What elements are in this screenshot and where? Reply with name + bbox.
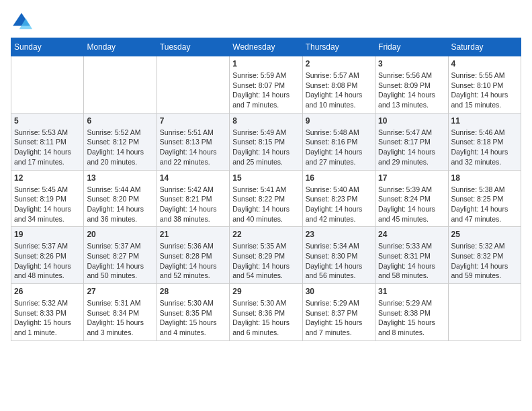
calendar-day-cell: 18Sunrise: 5:38 AM Sunset: 8:25 PM Dayli…: [448, 170, 521, 227]
day-info: Sunrise: 5:49 AM Sunset: 8:15 PM Dayligh…: [232, 128, 299, 167]
calendar-day-cell: 26Sunrise: 5:32 AM Sunset: 8:33 PM Dayli…: [11, 284, 84, 341]
day-number: 18: [451, 173, 518, 183]
calendar-day-header: Sunday: [11, 38, 84, 56]
day-info: Sunrise: 5:46 AM Sunset: 8:18 PM Dayligh…: [451, 128, 518, 167]
day-info: Sunrise: 5:30 AM Sunset: 8:35 PM Dayligh…: [160, 298, 226, 338]
day-number: 26: [14, 287, 81, 296]
calendar-day-cell: 22Sunrise: 5:35 AM Sunset: 8:29 PM Dayli…: [230, 227, 302, 284]
calendar-day-cell: 24Sunrise: 5:33 AM Sunset: 8:31 PM Dayli…: [375, 227, 448, 284]
day-number: 22: [232, 230, 299, 239]
calendar-day-header: Thursday: [302, 38, 375, 56]
day-info: Sunrise: 5:44 AM Sunset: 8:20 PM Dayligh…: [87, 185, 153, 224]
day-number: 29: [232, 287, 299, 296]
calendar-day-cell: 15Sunrise: 5:41 AM Sunset: 8:22 PM Dayli…: [230, 170, 302, 227]
day-info: Sunrise: 5:29 AM Sunset: 8:38 PM Dayligh…: [378, 298, 445, 338]
day-info: Sunrise: 5:55 AM Sunset: 8:10 PM Dayligh…: [451, 71, 518, 110]
day-info: Sunrise: 5:35 AM Sunset: 8:29 PM Dayligh…: [232, 241, 299, 281]
day-info: Sunrise: 5:36 AM Sunset: 8:28 PM Dayligh…: [160, 241, 226, 281]
day-info: Sunrise: 5:38 AM Sunset: 8:25 PM Dayligh…: [451, 185, 518, 224]
day-number: 8: [232, 116, 299, 126]
day-info: Sunrise: 5:30 AM Sunset: 8:36 PM Dayligh…: [232, 298, 299, 338]
day-number: 31: [378, 287, 445, 296]
calendar-day-cell: 8Sunrise: 5:49 AM Sunset: 8:15 PM Daylig…: [230, 113, 302, 170]
logo: [11, 11, 35, 32]
day-info: Sunrise: 5:31 AM Sunset: 8:34 PM Dayligh…: [87, 298, 153, 338]
day-number: 19: [14, 230, 81, 239]
day-info: Sunrise: 5:34 AM Sunset: 8:30 PM Dayligh…: [306, 241, 372, 281]
calendar-header-row: SundayMondayTuesdayWednesdayThursdayFrid…: [11, 38, 521, 56]
calendar-day-cell: 16Sunrise: 5:40 AM Sunset: 8:23 PM Dayli…: [302, 170, 375, 227]
day-number: 7: [160, 116, 226, 126]
calendar-day-cell: 4Sunrise: 5:55 AM Sunset: 8:10 PM Daylig…: [448, 56, 521, 113]
day-number: 6: [87, 116, 153, 126]
calendar-day-cell: 31Sunrise: 5:29 AM Sunset: 8:38 PM Dayli…: [375, 284, 448, 341]
day-number: 16: [306, 173, 372, 183]
day-number: 27: [87, 287, 153, 296]
day-number: 23: [306, 230, 372, 239]
day-number: 11: [451, 116, 518, 126]
day-info: Sunrise: 5:53 AM Sunset: 8:11 PM Dayligh…: [14, 128, 81, 167]
day-info: Sunrise: 5:56 AM Sunset: 8:09 PM Dayligh…: [378, 71, 445, 110]
day-info: Sunrise: 5:47 AM Sunset: 8:17 PM Dayligh…: [378, 128, 445, 167]
calendar-day-cell: 2Sunrise: 5:57 AM Sunset: 8:08 PM Daylig…: [302, 56, 375, 113]
calendar-day-header: Saturday: [448, 38, 521, 56]
calendar-day-cell: 23Sunrise: 5:34 AM Sunset: 8:30 PM Dayli…: [302, 227, 375, 284]
calendar-day-header: Tuesday: [157, 38, 229, 56]
calendar-week-row: 12Sunrise: 5:45 AM Sunset: 8:19 PM Dayli…: [11, 170, 521, 227]
day-number: 17: [378, 173, 445, 183]
calendar-day-cell: 30Sunrise: 5:29 AM Sunset: 8:37 PM Dayli…: [302, 284, 375, 341]
day-info: Sunrise: 5:39 AM Sunset: 8:24 PM Dayligh…: [378, 185, 445, 224]
calendar-day-cell: 10Sunrise: 5:47 AM Sunset: 8:17 PM Dayli…: [375, 113, 448, 170]
calendar-week-row: 26Sunrise: 5:32 AM Sunset: 8:33 PM Dayli…: [11, 284, 521, 341]
day-number: 2: [306, 59, 372, 68]
logo-icon: [11, 11, 32, 32]
calendar-day-cell: 3Sunrise: 5:56 AM Sunset: 8:09 PM Daylig…: [375, 56, 448, 113]
day-number: 15: [232, 173, 299, 183]
calendar-day-cell: [84, 56, 157, 113]
day-info: Sunrise: 5:59 AM Sunset: 8:07 PM Dayligh…: [232, 71, 299, 110]
calendar-day-cell: 21Sunrise: 5:36 AM Sunset: 8:28 PM Dayli…: [157, 227, 229, 284]
day-info: Sunrise: 5:29 AM Sunset: 8:37 PM Dayligh…: [306, 298, 372, 338]
day-info: Sunrise: 5:41 AM Sunset: 8:22 PM Dayligh…: [232, 185, 299, 224]
day-info: Sunrise: 5:37 AM Sunset: 8:27 PM Dayligh…: [87, 241, 153, 281]
calendar-day-header: Wednesday: [230, 38, 302, 56]
day-info: Sunrise: 5:37 AM Sunset: 8:26 PM Dayligh…: [14, 241, 81, 281]
day-number: 13: [87, 173, 153, 183]
calendar-day-cell: 13Sunrise: 5:44 AM Sunset: 8:20 PM Dayli…: [84, 170, 157, 227]
calendar-day-cell: [11, 56, 84, 113]
day-info: Sunrise: 5:48 AM Sunset: 8:16 PM Dayligh…: [306, 128, 372, 167]
day-number: 1: [232, 59, 299, 68]
day-number: 14: [160, 173, 226, 183]
day-number: 5: [14, 116, 81, 126]
calendar-day-cell: [157, 56, 229, 113]
page-header: [11, 11, 521, 32]
day-number: 24: [378, 230, 445, 239]
calendar-day-cell: 12Sunrise: 5:45 AM Sunset: 8:19 PM Dayli…: [11, 170, 84, 227]
day-number: 30: [306, 287, 372, 296]
calendar-day-cell: 29Sunrise: 5:30 AM Sunset: 8:36 PM Dayli…: [230, 284, 302, 341]
day-number: 20: [87, 230, 153, 239]
day-number: 4: [451, 59, 518, 68]
calendar-day-cell: 9Sunrise: 5:48 AM Sunset: 8:16 PM Daylig…: [302, 113, 375, 170]
day-info: Sunrise: 5:45 AM Sunset: 8:19 PM Dayligh…: [14, 185, 81, 224]
calendar-day-cell: 17Sunrise: 5:39 AM Sunset: 8:24 PM Dayli…: [375, 170, 448, 227]
day-number: 9: [306, 116, 372, 126]
day-number: 3: [378, 59, 445, 68]
calendar-day-cell: 19Sunrise: 5:37 AM Sunset: 8:26 PM Dayli…: [11, 227, 84, 284]
day-number: 10: [378, 116, 445, 126]
calendar-day-cell: 6Sunrise: 5:52 AM Sunset: 8:12 PM Daylig…: [84, 113, 157, 170]
day-info: Sunrise: 5:42 AM Sunset: 8:21 PM Dayligh…: [160, 185, 226, 224]
day-info: Sunrise: 5:52 AM Sunset: 8:12 PM Dayligh…: [87, 128, 153, 167]
day-number: 28: [160, 287, 226, 296]
calendar-day-cell: 7Sunrise: 5:51 AM Sunset: 8:13 PM Daylig…: [157, 113, 229, 170]
calendar-day-cell: 28Sunrise: 5:30 AM Sunset: 8:35 PM Dayli…: [157, 284, 229, 341]
calendar-week-row: 1Sunrise: 5:59 AM Sunset: 8:07 PM Daylig…: [11, 56, 521, 113]
day-info: Sunrise: 5:33 AM Sunset: 8:31 PM Dayligh…: [378, 241, 445, 281]
calendar-day-cell: 14Sunrise: 5:42 AM Sunset: 8:21 PM Dayli…: [157, 170, 229, 227]
calendar-day-cell: [448, 284, 521, 341]
day-info: Sunrise: 5:32 AM Sunset: 8:33 PM Dayligh…: [14, 298, 81, 338]
day-number: 25: [451, 230, 518, 239]
day-info: Sunrise: 5:51 AM Sunset: 8:13 PM Dayligh…: [160, 128, 226, 167]
day-info: Sunrise: 5:40 AM Sunset: 8:23 PM Dayligh…: [306, 185, 372, 224]
calendar-day-header: Friday: [375, 38, 448, 56]
